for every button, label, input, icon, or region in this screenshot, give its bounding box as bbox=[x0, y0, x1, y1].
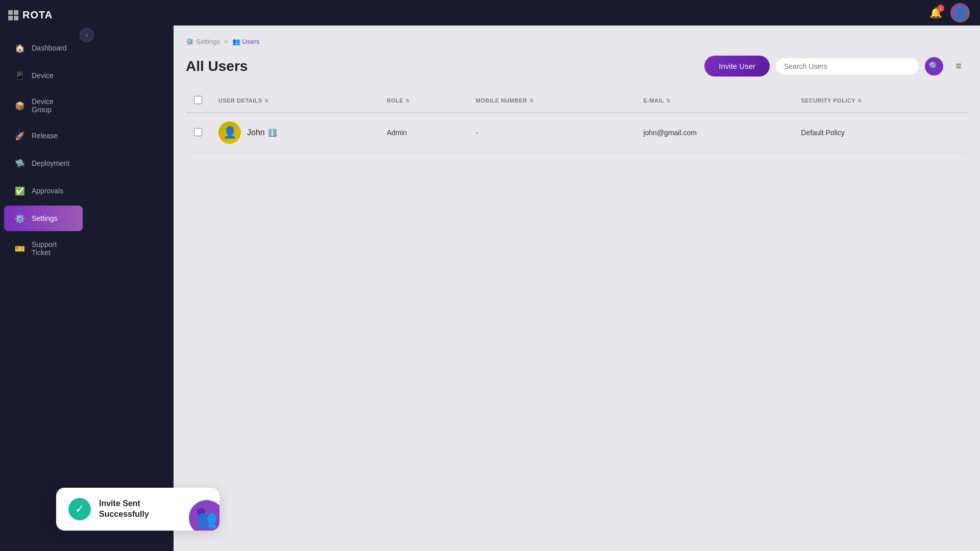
sidebar-label-approvals: Approvals bbox=[32, 187, 63, 195]
sidebar-label-support-ticket: Support Ticket bbox=[32, 240, 72, 257]
col-header-mobile: MOBILE NUMBER ⇅ bbox=[468, 89, 635, 113]
breadcrumb-separator: > bbox=[224, 38, 228, 45]
header-checkbox-cell bbox=[186, 89, 210, 113]
toast-notification: ✓ Invite Sent Successfully 👥 bbox=[56, 488, 219, 531]
breadcrumb-settings[interactable]: ⚙️ Settings bbox=[186, 38, 220, 45]
page-actions: Invite User 🔍 ≡ bbox=[704, 56, 968, 77]
select-all-checkbox[interactable] bbox=[194, 96, 202, 104]
user-details-cell: 👤 John ℹ️ bbox=[218, 121, 371, 144]
invite-user-button[interactable]: Invite User bbox=[704, 56, 770, 77]
col-header-role: ROLE ⇅ bbox=[379, 89, 468, 113]
col-header-email: E-MAIL ⇅ bbox=[635, 89, 793, 113]
sort-arrows-mobile: ⇅ bbox=[529, 98, 534, 104]
sidebar-item-support-ticket[interactable]: 🎫 Support Ticket bbox=[4, 233, 83, 264]
sort-arrows-security: ⇅ bbox=[857, 98, 862, 104]
collapse-sidebar-button[interactable]: ‹ bbox=[80, 28, 94, 42]
sidebar-item-device-group[interactable]: 📦 Device Group bbox=[4, 90, 83, 121]
col-sort-mobile[interactable]: MOBILE NUMBER ⇅ bbox=[476, 97, 533, 104]
user-info-icon[interactable]: ℹ️ bbox=[268, 129, 277, 137]
sidebar-label-release: Release bbox=[32, 132, 58, 140]
table-header-row: USER DETAILS ⇅ ROLE ⇅ MOBILE NUMBER ⇅ bbox=[186, 89, 968, 113]
filter-button[interactable]: ≡ bbox=[949, 57, 968, 76]
release-icon: 🚀 bbox=[14, 130, 26, 141]
sort-arrows-role: ⇅ bbox=[405, 98, 410, 104]
toast-check-icon: ✓ bbox=[68, 498, 91, 520]
avatar-icon: 👤 bbox=[223, 126, 237, 139]
col-sort-email[interactable]: E-MAIL ⇅ bbox=[643, 97, 670, 104]
header-icons: 🔔 1 👤 bbox=[929, 3, 970, 22]
col-header-user-details: USER DETAILS ⇅ bbox=[210, 89, 379, 113]
search-box bbox=[776, 58, 919, 74]
sidebar-label-dashboard: Dashboard bbox=[32, 44, 67, 52]
users-bc-icon: 👥 bbox=[232, 38, 240, 45]
row-security-cell: Default Policy bbox=[793, 113, 968, 153]
sidebar-label-device-group: Device Group bbox=[32, 97, 72, 114]
deployment-icon: 🛸 bbox=[14, 158, 26, 169]
app-name: ROTA bbox=[22, 9, 53, 21]
toast-decoration: 👥 bbox=[179, 490, 219, 531]
col-sort-security[interactable]: SECURITY POLICY ⇅ bbox=[801, 97, 862, 104]
toast-deco-person-icon: 👥 bbox=[197, 509, 217, 529]
settings-bc-icon: ⚙️ bbox=[186, 38, 194, 45]
device-group-icon: 📦 bbox=[14, 100, 26, 111]
header: 🔔 1 👤 bbox=[87, 0, 980, 26]
row-user-details-cell: 👤 John ℹ️ bbox=[210, 113, 379, 153]
col-sort-role[interactable]: ROLE ⇅ bbox=[387, 97, 410, 104]
sidebar-item-dashboard[interactable]: 🏠 Dashboard bbox=[4, 35, 83, 61]
col-sort-user-details[interactable]: USER DETAILS ⇅ bbox=[218, 97, 268, 104]
filter-icon: ≡ bbox=[955, 60, 962, 72]
row-email-cell: john@gmail.com bbox=[635, 113, 793, 153]
search-input[interactable] bbox=[784, 62, 911, 70]
row-checkbox-cell bbox=[186, 113, 210, 153]
col-header-security: SECURITY POLICY ⇅ bbox=[793, 89, 968, 113]
breadcrumb-current: 👥 Users bbox=[232, 38, 260, 45]
logo-grid-icon bbox=[8, 10, 18, 20]
main-content: ⚙️ Settings > 👥 Users All Users Invite U… bbox=[174, 26, 980, 551]
sidebar-item-approvals[interactable]: ✅ Approvals bbox=[4, 178, 83, 204]
sidebar-item-device[interactable]: 📱 Device bbox=[4, 63, 83, 88]
row-mobile-cell: - bbox=[468, 113, 635, 153]
sort-arrows-user-details: ⇅ bbox=[264, 98, 269, 104]
sort-arrows-email: ⇅ bbox=[666, 98, 671, 104]
sidebar-item-settings[interactable]: ⚙️ Settings bbox=[4, 206, 83, 231]
notification-button[interactable]: 🔔 1 bbox=[929, 7, 942, 19]
sidebar-nav: 🏠 Dashboard 📱 Device 📦 Device Group 🚀 Re… bbox=[0, 30, 87, 551]
breadcrumb-current-label: Users bbox=[242, 38, 260, 45]
device-icon: 📱 bbox=[14, 70, 26, 81]
users-table: USER DETAILS ⇅ ROLE ⇅ MOBILE NUMBER ⇅ bbox=[186, 89, 968, 153]
user-name: John ℹ️ bbox=[247, 128, 277, 137]
dashboard-icon: 🏠 bbox=[14, 42, 26, 54]
sidebar-label-device: Device bbox=[32, 71, 54, 80]
support-ticket-icon: 🎫 bbox=[14, 243, 26, 254]
page-title: All Users bbox=[186, 58, 248, 74]
user-row-avatar: 👤 bbox=[218, 121, 241, 144]
notification-badge: 1 bbox=[937, 5, 944, 12]
sidebar-label-deployment: Deployment bbox=[32, 159, 70, 167]
search-button[interactable]: 🔍 bbox=[925, 57, 943, 76]
search-icon: 🔍 bbox=[929, 61, 939, 71]
settings-icon: ⚙️ bbox=[14, 213, 26, 224]
user-avatar-header[interactable]: 👤 bbox=[950, 3, 970, 22]
avatar-image: 👤 bbox=[954, 7, 966, 18]
row-role-cell: Admin bbox=[379, 113, 468, 153]
breadcrumb-settings-label: Settings bbox=[196, 38, 220, 45]
sidebar: ROTA ‹ 🏠 Dashboard 📱 Device 📦 Device Gro… bbox=[0, 0, 87, 551]
table-row: 👤 John ℹ️ Admin - john@gmail.com Default… bbox=[186, 113, 968, 153]
app-logo: ROTA bbox=[0, 0, 87, 30]
page-header: All Users Invite User 🔍 ≡ bbox=[186, 56, 968, 77]
row-checkbox[interactable] bbox=[194, 128, 202, 136]
sidebar-item-release[interactable]: 🚀 Release bbox=[4, 123, 83, 148]
sidebar-label-settings: Settings bbox=[32, 214, 58, 222]
breadcrumb: ⚙️ Settings > 👥 Users bbox=[186, 38, 968, 45]
sidebar-item-deployment[interactable]: 🛸 Deployment bbox=[4, 151, 83, 176]
approvals-icon: ✅ bbox=[14, 185, 26, 196]
